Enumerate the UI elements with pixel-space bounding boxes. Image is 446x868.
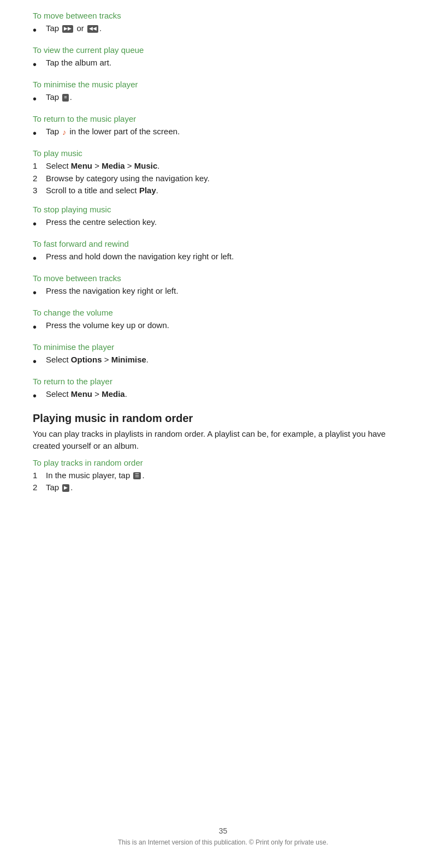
random-order-numbered-list: 1 In the music player, tap ☰. 2 Tap ▶. xyxy=(33,469,413,494)
section-heading: To view the current play queue xyxy=(33,45,413,55)
footer-text: This is an Internet version of this publ… xyxy=(0,839,446,846)
section-heading: To move between tracks xyxy=(33,274,413,283)
numbered-text: Browse by category using the navigation … xyxy=(46,173,210,185)
playlist-icon: ☰ xyxy=(133,472,141,480)
bullet-dot: • xyxy=(33,285,44,300)
menu-bold: Menu xyxy=(71,161,92,170)
numbered-item: 2 Tap ▶. xyxy=(33,481,413,494)
bullet-text: Tap the album art. xyxy=(46,57,111,69)
bullet-item: • Press the volume key up or down. xyxy=(33,319,413,335)
bullet-item: • Select Options > Minimise. xyxy=(33,354,413,369)
section-heading: To minimise the music player xyxy=(33,80,413,89)
main-section-paragraph: You can play tracks in playlists in rand… xyxy=(33,428,413,453)
section-minimise-player-2: To minimise the player • Select Options … xyxy=(33,342,413,369)
item-number: 1 xyxy=(33,469,46,482)
section-view-play-queue: To view the current play queue • Tap the… xyxy=(33,45,413,72)
section-minimise-player-1: To minimise the music player • Tap ≡. xyxy=(33,80,413,106)
sub-section-heading: To play tracks in random order xyxy=(33,458,413,467)
bullet-text: Press the centre selection key. xyxy=(46,216,157,229)
section-return-to-player-2: To return to the player • Select Menu > … xyxy=(33,377,413,403)
section-heading: To play music xyxy=(33,148,413,158)
bullet-item: • Tap ▶▶ or ◀◀. xyxy=(33,22,413,38)
options-bold: Options xyxy=(71,355,102,364)
bullet-text: Press the navigation key right or left. xyxy=(46,285,179,298)
bullet-dot: • xyxy=(33,388,44,403)
music-bold: Music xyxy=(134,161,158,170)
bullet-dot: • xyxy=(33,251,44,266)
menu-bold-2: Menu xyxy=(71,389,92,399)
bullet-dot: • xyxy=(33,126,44,141)
bullet-item: • Press the navigation key right or left… xyxy=(33,285,413,300)
section-heading: To move between tracks xyxy=(33,11,413,20)
minimise-bold: Minimise xyxy=(111,355,146,364)
shuffle-icon: ▶ xyxy=(62,484,69,492)
bullet-dot: • xyxy=(33,57,44,72)
numbered-item: 2 Browse by category using the navigatio… xyxy=(33,173,413,185)
section-heading: To change the volume xyxy=(33,308,413,317)
numbered-text: In the music player, tap ☰. xyxy=(46,469,145,482)
section-move-between-tracks-1: To move between tracks • Tap ▶▶ or ◀◀. xyxy=(33,11,413,38)
bullet-item: • Press and hold down the navigation key… xyxy=(33,251,413,266)
main-section-heading: Playing music in random order xyxy=(33,412,413,425)
bullet-text: Select Options > Minimise. xyxy=(46,354,148,366)
page-footer: 35 This is an Internet version of this p… xyxy=(0,827,446,846)
section-heading: To return to the player xyxy=(33,377,413,386)
bullet-text: Select Menu > Media. xyxy=(46,388,127,401)
bullet-item: • Tap the album art. xyxy=(33,57,413,72)
or-text: or xyxy=(77,23,84,33)
section-random-order: Playing music in random order You can pl… xyxy=(33,412,413,494)
next-track-icon: ▶▶ xyxy=(62,25,73,33)
bullet-text: Tap ≡. xyxy=(46,91,72,104)
item-number: 2 xyxy=(33,481,46,494)
media-bold: Media xyxy=(102,161,125,170)
bullet-dot: • xyxy=(33,216,44,231)
section-change-volume: To change the volume • Press the volume … xyxy=(33,308,413,335)
bullet-dot: • xyxy=(33,319,44,335)
bullet-item: • Tap ≡. xyxy=(33,91,413,106)
section-return-to-player-1: To return to the music player • Tap ♪ in… xyxy=(33,114,413,141)
bullet-item: • Press the centre selection key. xyxy=(33,216,413,231)
music-note-icon: ♪ xyxy=(62,127,66,138)
section-fast-forward: To fast forward and rewind • Press and h… xyxy=(33,239,413,266)
play-bold: Play xyxy=(139,186,156,195)
section-stop-playing: To stop playing music • Press the centre… xyxy=(33,205,413,231)
bullet-dot: • xyxy=(33,22,44,38)
numbered-item: 1 In the music player, tap ☰. xyxy=(33,469,413,482)
section-play-music: To play music 1 Select Menu > Media > Mu… xyxy=(33,148,413,197)
numbered-text: Scroll to a title and select Play. xyxy=(46,185,158,197)
section-heading: To return to the music player xyxy=(33,114,413,123)
numbered-item: 1 Select Menu > Media > Music. xyxy=(33,160,413,173)
numbered-text: Tap ▶. xyxy=(46,481,73,494)
bullet-item: • Tap ♪ in the lower part of the screen. xyxy=(33,126,413,141)
page-number: 35 xyxy=(0,827,446,835)
bullet-item: • Select Menu > Media. xyxy=(33,388,413,403)
bullet-text: Press the volume key up or down. xyxy=(46,319,169,332)
bullet-dot: • xyxy=(33,91,44,106)
numbered-text: Select Menu > Media > Music. xyxy=(46,160,159,173)
bullet-text: Tap ♪ in the lower part of the screen. xyxy=(46,126,180,138)
minimise-icon: ≡ xyxy=(62,94,68,102)
section-heading: To fast forward and rewind xyxy=(33,239,413,248)
section-heading: To stop playing music xyxy=(33,205,413,214)
bullet-text: Press and hold down the navigation key r… xyxy=(46,251,234,263)
numbered-item: 3 Scroll to a title and select Play. xyxy=(33,185,413,197)
media-bold-2: Media xyxy=(102,389,125,399)
item-number: 1 xyxy=(33,160,46,173)
section-move-between-tracks-2: To move between tracks • Press the navig… xyxy=(33,274,413,300)
item-number: 2 xyxy=(33,173,46,185)
numbered-list: 1 Select Menu > Media > Music. 2 Browse … xyxy=(33,160,413,197)
prev-track-icon: ◀◀ xyxy=(87,25,98,33)
bullet-dot: • xyxy=(33,354,44,369)
bullet-text: Tap ▶▶ or ◀◀. xyxy=(46,22,102,35)
item-number: 3 xyxy=(33,185,46,197)
section-heading: To minimise the player xyxy=(33,342,413,352)
